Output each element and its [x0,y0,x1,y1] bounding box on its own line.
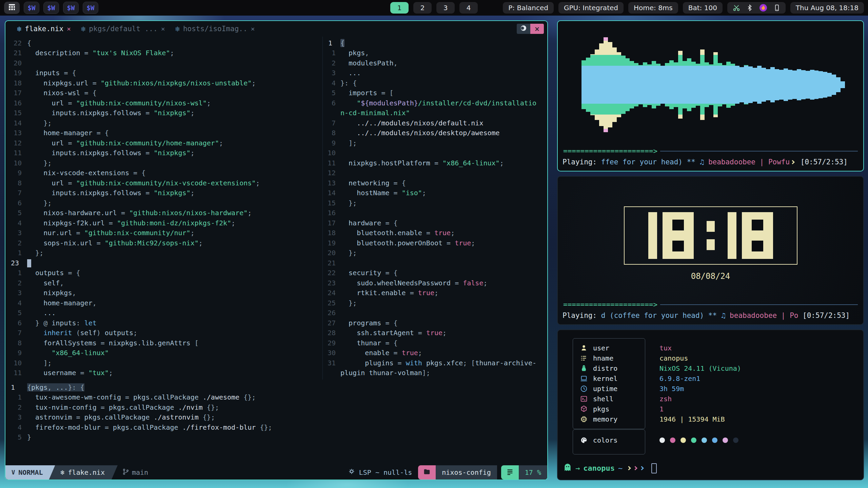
code-line: 17 nixos-wsl = { [5,88,322,98]
bar-segment [788,70,792,100]
color-dot [659,438,665,443]
clock-digit [728,212,736,259]
clock-progress-bar[interactable]: =====================> [563,301,858,309]
code-pane-pkgs[interactable]: 1{pkgs, ...}: {1 tux-awesome-wm-config =… [5,380,547,465]
branch-icon [122,468,129,477]
line-text: }; [27,119,52,127]
editor-tab[interactable]: ❄flake.nix× [17,25,71,33]
line-number: 4 [5,423,27,431]
tab-close-icon[interactable]: × [161,25,165,33]
bar-segment [652,104,656,108]
bar-segment [630,104,634,108]
color-dot [712,438,717,443]
token: , [365,49,369,57]
tab-close-icon[interactable]: × [67,25,71,33]
token: plugin thunar-volman [340,369,422,377]
visualizer-bar [652,61,656,108]
project-label: nixos-config [436,465,497,480]
line-text: nixos-hardware.url = "github:nixos/nixos… [27,209,252,217]
token: ../../modules/nixos/default.nix [357,119,483,127]
token: let [84,319,97,327]
fetch-label: memory [593,415,644,423]
token: ; [199,239,203,247]
code-pane-flake[interactable]: 22{21 description = "tux's NixOS Flake";… [5,37,322,380]
token: = [394,189,398,197]
folder-icon [423,468,431,477]
bar-segment [696,66,700,104]
line-text: sudo.wheelNeedsPassword = false; [340,279,488,287]
line-number: 1 [5,383,27,391]
tag-button[interactable]: 2 [413,2,432,14]
phone-icon[interactable] [773,4,780,12]
viz-progress-bar[interactable]: =====================> [563,147,858,155]
flame-icon[interactable] [759,4,767,12]
launcher-button[interactable] [4,2,20,14]
line-text: username = "tux"; [27,369,113,377]
color-dot [723,438,728,443]
editor-window: ❄flake.nix×❄pkgs/default ...×❄hosts/isoI… [5,20,548,480]
code-line: 12 url = "github:nix-community/home-mana… [5,138,322,148]
token: pkgs.callPackage [105,403,178,411]
terminal-prompt[interactable]: → canopus ~ [563,463,657,473]
line-text: security = { [340,269,398,277]
project-chip [418,465,436,480]
bar-segment [638,104,643,104]
code-line: 5} [5,432,547,443]
bar-segment [669,60,674,66]
token: ; [483,279,487,287]
token: security [340,269,385,277]
workspace-button[interactable]: $W [83,2,98,14]
line-text: nix-vscode-extensions = { [27,169,145,177]
workspace-button[interactable]: $W [24,2,39,14]
token: inputs [47,319,76,327]
mode-segment: V NORMAL [5,465,55,480]
code-line: 17 hardware = { [323,218,547,228]
tag-button[interactable]: 1 [390,2,409,14]
token [398,179,402,187]
bar-segment [586,58,590,66]
bar-segment [586,104,590,112]
color-dot [733,438,738,443]
token [27,329,43,337]
toggle-button[interactable] [517,24,530,34]
token: { [105,129,109,137]
shell-icon [579,395,589,403]
playing-segment: d (coffee for your head) ** [601,311,721,320]
token: ; [207,99,211,107]
code-line: 2 sops-nix.url = "github:Mic92/sops-nix"… [5,238,322,248]
bar-segment [718,66,722,104]
code-line: 31 plugins = with pkgs.xfce; [thunar-arc… [323,358,547,368]
line-text: inherit (self) outputs; [27,329,137,337]
line-number: 12 [323,169,340,177]
line-text: pkgs, [340,49,369,57]
chevron-icon [627,466,631,470]
workspace-button[interactable]: $W [43,2,59,14]
code-pane-iso[interactable]: 1{1 pkgs,2 modulesPath,3 ...4}: {5 impor… [322,37,547,380]
line-number: 12 [5,139,27,147]
fetch-row: distroNixOS 24.11 (Vicuna) [573,363,851,373]
token: { [72,69,76,77]
token: nixos-wsl [27,89,84,97]
bluetooth-icon[interactable] [746,4,753,12]
token: "github:nix-community/home-manager" [76,139,219,147]
tag-button[interactable]: 4 [459,2,478,14]
fetch-label: hname [593,354,644,362]
terminal-cursor [651,463,657,473]
token: = [97,239,101,247]
code-line: 3 nixpkgs, [5,288,322,298]
editor-tab[interactable]: ❄pkgs/default ...× [81,25,165,33]
tab-close-icon[interactable]: × [251,25,255,33]
workspace-button[interactable]: $W [63,2,79,14]
token [340,129,357,137]
editor-tab[interactable]: ❄hosts/isoImag..× [175,25,255,33]
close-button[interactable]: × [530,24,544,34]
bar-segment [726,104,731,108]
line-number: 23 [5,259,27,267]
token: "iso" [402,189,422,197]
line-text: inputs.nixpkgs.follows = "nixpkgs"; [27,189,195,197]
token: ; [133,329,137,337]
scissors-icon[interactable] [733,4,740,12]
bar-segment [660,66,665,104]
token [398,189,402,197]
tag-button[interactable]: 3 [436,2,455,14]
